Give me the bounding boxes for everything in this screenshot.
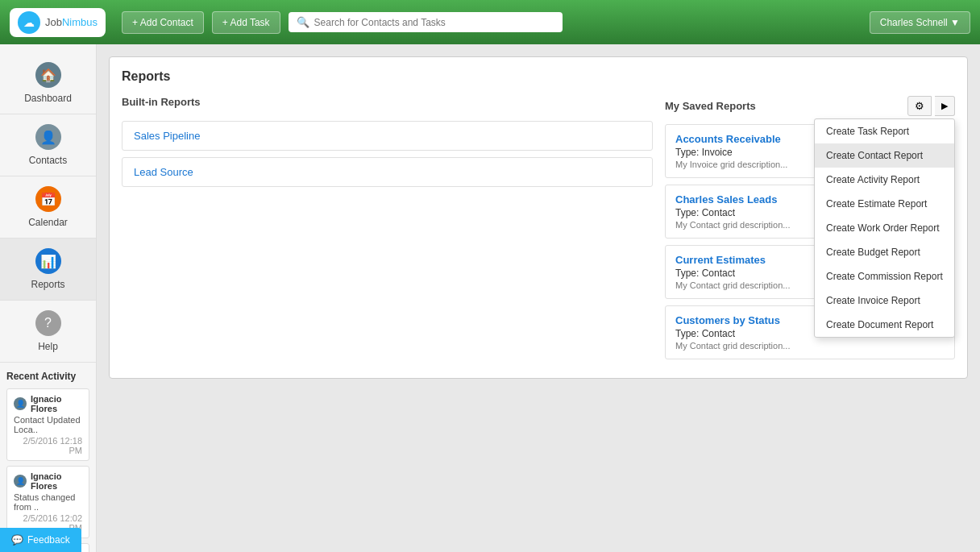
recent-activity-section: Recent Activity 👤 Ignacio Flores Contact… [0,363,96,552]
calendar-icon: 📅 [35,186,61,212]
activity-name: 👤 Ignacio Flores [14,471,82,491]
gear-button[interactable]: ⚙ [907,96,932,116]
activity-name: 👤 Ignacio Flores [14,394,82,413]
logo-nimbus: Nimbus [62,16,98,28]
saved-header: My Saved Reports ⚙ ▶ Create Task ReportC… [665,96,955,116]
dropdown-item[interactable]: Create Activity Report [815,168,954,192]
sidebar-item-reports[interactable]: 📊 Reports [0,239,96,301]
main-layout: 🏠 Dashboard 👤 Contacts 📅 Calendar 📊 Repo… [0,44,980,552]
builtin-report-item[interactable]: Lead Source [122,157,653,187]
reports-icon: 📊 [35,248,61,274]
saved-section: My Saved Reports ⚙ ▶ Create Task ReportC… [665,96,955,366]
sidebar-item-help[interactable]: ? Help [0,301,96,363]
contacts-icon: 👤 [35,124,61,150]
user-menu[interactable]: Charles Schnell ▼ [870,11,970,34]
search-container: 🔍 [289,12,563,32]
dropdown-item[interactable]: Create Budget Report [815,240,954,264]
person-icon: 👤 [14,397,27,410]
list-item[interactable]: 👤 Ignacio Flores Contact Updated Loca.. … [6,388,89,461]
dropdown-item[interactable]: Create Invoice Report [815,288,954,313]
logo-icon: ☁ [18,11,40,34]
dashboard-icon: 🏠 [35,62,61,88]
sidebar-label-calendar: Calendar [28,217,68,228]
builtin-report-item[interactable]: Sales Pipeline [122,121,653,151]
dropdown-menu: Create Task ReportCreate Contact ReportC… [814,118,955,338]
sidebar-item-calendar[interactable]: 📅 Calendar [0,176,96,239]
sidebar-label-help: Help [38,341,58,352]
feedback-icon: 💬 [11,534,23,546]
activity-description: Status changed from .. [14,492,82,512]
feedback-label: Feedback [27,534,70,546]
sidebar-item-contacts[interactable]: 👤 Contacts [0,114,96,176]
add-contact-button[interactable]: + Add Contact [122,11,204,34]
logo-job: Job [45,16,62,28]
person-icon: 👤 [14,475,27,488]
header: ☁ Job Nimbus + Add Contact + Add Task 🔍 … [0,0,980,44]
sidebar-item-dashboard[interactable]: 🏠 Dashboard [0,52,96,114]
saved-controls: ⚙ ▶ Create Task ReportCreate Contact Rep… [907,96,955,116]
logo: ☁ Job Nimbus [10,8,106,37]
sidebar-label-reports: Reports [31,279,64,290]
search-input[interactable] [314,17,554,28]
activity-time: 2/5/2016 12:18 PM [14,436,82,455]
dropdown-item[interactable]: Create Commission Report [815,264,954,288]
help-icon: ? [35,310,61,336]
dropdown-item[interactable]: Create Contact Report [815,143,954,168]
activity-description: Contact Updated Loca.. [14,415,82,434]
content-area: Reports Built-in Reports Sales PipelineL… [97,44,980,552]
page-title: Reports [122,69,955,84]
arrow-button[interactable]: ▶ [935,96,955,116]
report-link[interactable]: Lead Source [134,166,193,178]
builtin-section-header: Built-in Reports [122,96,653,113]
dropdown-item[interactable]: Create Task Report [815,119,954,143]
add-task-button[interactable]: + Add Task [212,11,280,34]
feedback-button[interactable]: 💬 Feedback [0,528,81,552]
search-icon: 🔍 [297,16,309,28]
sidebar: 🏠 Dashboard 👤 Contacts 📅 Calendar 📊 Repo… [0,44,97,552]
reports-panel: Reports Built-in Reports Sales PipelineL… [109,56,968,379]
sidebar-label-contacts: Contacts [29,155,67,166]
saved-report-description: My Contact grid description... [675,341,945,351]
saved-section-title: My Saved Reports [665,100,756,112]
report-link[interactable]: Sales Pipeline [134,130,200,142]
dropdown-item[interactable]: Create Estimate Report [815,192,954,216]
reports-inner: Built-in Reports Sales PipelineLead Sour… [122,96,955,366]
sidebar-label-dashboard: Dashboard [24,93,72,104]
recent-activity-title: Recent Activity [6,371,89,382]
dropdown-item[interactable]: Create Work Order Report [815,216,954,240]
dropdown-item[interactable]: Create Document Report [815,313,954,337]
builtin-section: Built-in Reports Sales PipelineLead Sour… [122,96,653,366]
